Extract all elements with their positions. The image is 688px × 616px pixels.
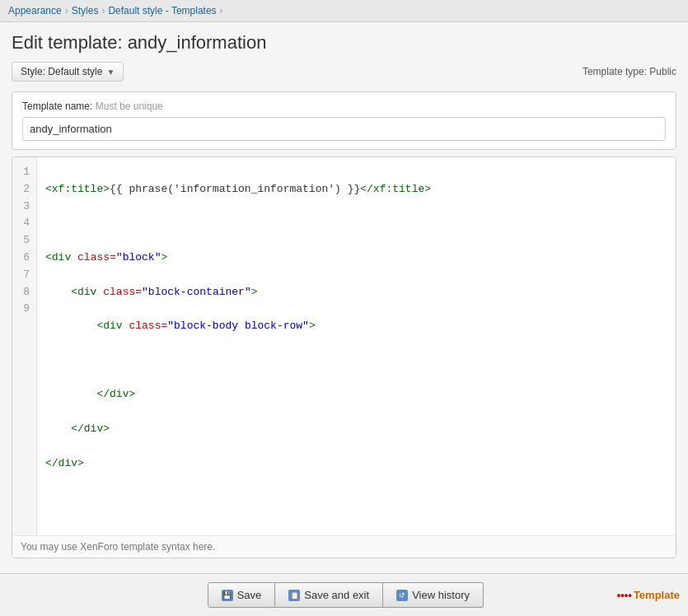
style-dropdown-button[interactable]: Style: Default style ▼ bbox=[12, 62, 124, 82]
code-line-3: <div class="block"> bbox=[45, 250, 667, 267]
breadcrumb-styles[interactable]: Styles bbox=[72, 5, 99, 16]
line-numbers: 1 2 3 4 5 6 7 8 9 bbox=[12, 157, 37, 535]
breadcrumb-sep-3: › bbox=[220, 5, 223, 16]
code-content[interactable]: <xf:title>{{ phrase('information_informa… bbox=[37, 157, 676, 535]
breadcrumb-sep-1: › bbox=[65, 5, 68, 16]
save-exit-label: Save and exit bbox=[304, 589, 369, 601]
toolbar: Style: Default style ▼ Template type: Pu… bbox=[12, 62, 676, 82]
watermark: •••• Template bbox=[617, 589, 680, 601]
history-icon: ↺ bbox=[396, 590, 408, 601]
template-name-hint: Must be unique bbox=[96, 100, 163, 112]
save-icon: 💾 bbox=[222, 590, 233, 601]
view-history-button[interactable]: ↺ View history bbox=[383, 582, 484, 608]
watermark-bullet: •••• bbox=[617, 589, 632, 601]
save-exit-icon: 📋 bbox=[288, 590, 300, 601]
chevron-down-icon: ▼ bbox=[106, 68, 115, 77]
code-line-1: <xf:title>{{ phrase('information_informa… bbox=[45, 181, 667, 198]
template-name-section: Template name: Must be unique bbox=[12, 91, 676, 150]
breadcrumb: Appearance › Styles › Default style - Te… bbox=[0, 0, 688, 22]
code-line-5: <div class="block-body block-row"> bbox=[45, 318, 667, 335]
code-line-7: </div> bbox=[45, 386, 667, 404]
save-label: Save bbox=[237, 589, 262, 601]
save-exit-button[interactable]: 📋 Save and exit bbox=[275, 582, 383, 608]
watermark-text: Template bbox=[634, 589, 680, 601]
code-area[interactable]: 1 2 3 4 5 6 7 8 9 <xf:title>{{ phrase('i… bbox=[12, 157, 676, 535]
breadcrumb-sep-2: › bbox=[101, 5, 105, 16]
breadcrumb-default-style[interactable]: Default style - Templates bbox=[108, 5, 216, 16]
template-type-label: Template type: Public bbox=[583, 66, 676, 77]
editor-hint: You may use XenForo template syntax here… bbox=[12, 535, 676, 558]
view-history-label: View history bbox=[412, 589, 470, 601]
template-name-input[interactable] bbox=[22, 117, 666, 141]
save-button[interactable]: 💾 Save bbox=[208, 582, 276, 608]
page-title: Edit template: andy_information bbox=[12, 32, 676, 54]
style-dropdown-label: Style: Default style bbox=[21, 66, 102, 77]
page-wrapper: Appearance › Styles › Default style - Te… bbox=[0, 0, 688, 616]
breadcrumb-appearance[interactable]: Appearance bbox=[8, 5, 62, 16]
template-name-label: Template name: Must be unique bbox=[22, 100, 666, 112]
code-line-8: </div> bbox=[45, 421, 667, 438]
code-line-9: </div> bbox=[45, 455, 667, 473]
code-editor-section: 1 2 3 4 5 6 7 8 9 <xf:title>{{ phrase('i… bbox=[12, 156, 676, 558]
code-line-2 bbox=[45, 215, 667, 232]
code-line-6 bbox=[45, 352, 667, 370]
footer-buttons: 💾 Save 📋 Save and exit ↺ View history bbox=[74, 582, 617, 608]
footer-bar: 💾 Save 📋 Save and exit ↺ View history ••… bbox=[0, 573, 688, 616]
main-content: Edit template: andy_information Style: D… bbox=[0, 22, 688, 573]
code-line-4: <div class="block-container"> bbox=[45, 284, 667, 301]
